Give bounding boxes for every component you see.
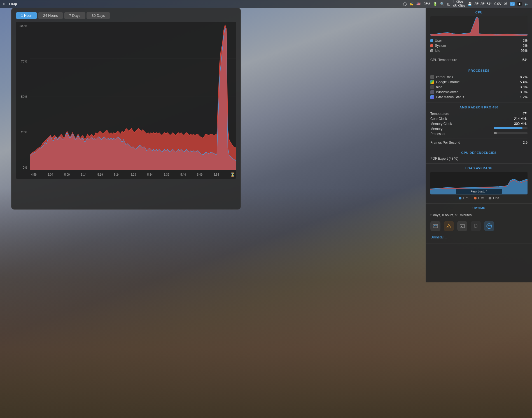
gpu-core-clock-value: 214 MHz [514, 117, 528, 121]
voltage-reading: 0.0V [494, 2, 501, 6]
cpu-idle-row: Idle 96% [430, 48, 528, 53]
cpu-chart-svg [30, 22, 236, 170]
xlabel-4: 5:19 [97, 173, 103, 176]
activity-monitor-icon[interactable] [430, 221, 440, 231]
cpu-system-value: 2% [523, 44, 528, 48]
gpu-section-title: AMD RADEON PRO 450 [430, 106, 528, 109]
gpu-mem-clock-label: Memory Clock [430, 122, 452, 126]
cpu-mini-chart [430, 16, 528, 36]
uptime-title: UPTIME [430, 206, 528, 210]
chart-xaxis: 4:59 5:04 5:09 5:14 5:19 5:24 5:29 5:34 … [30, 170, 236, 179]
load-1min-dot [459, 197, 461, 199]
gpu-deps-section: GPU DEPENDENCIES PDF Expert (4846) [426, 148, 532, 164]
load-legend: 1.69 1.75 1.63 [430, 194, 528, 201]
gpu-processor-fill [494, 132, 497, 134]
bottom-icons [430, 218, 528, 234]
battery-percent: 25% [423, 2, 430, 6]
load-avg-title: LOAD AVERAGE [430, 166, 528, 170]
search-icon[interactable]: 🔍 [440, 2, 444, 6]
process-chrome-name: Google Chrome [436, 80, 520, 84]
ylabel-75: 75% [17, 60, 29, 63]
gpu-processor-bar [494, 132, 528, 134]
flag-icon: 🇺🇸 [416, 2, 421, 6]
ylabel-0: 0% [17, 166, 29, 169]
time-btn-24hours[interactable]: 24 Hours [38, 12, 63, 19]
load-1min: 1.69 [459, 196, 469, 200]
load-avg-chart: Peak Load: 4 [430, 172, 528, 194]
gpu-mem-clock-row: Memory Clock 300 MHz [430, 121, 528, 126]
gpu-deps-title: GPU DEPENDENCIES [430, 151, 528, 154]
chart-svg-container [30, 22, 236, 170]
process-hidd-pct: 3.6% [520, 85, 528, 89]
time-btn-30days[interactable]: 30 Days [87, 12, 110, 19]
clock-icon: ⏳ [230, 172, 235, 177]
istat-icon[interactable]: C [510, 2, 515, 6]
load-5min: 1.75 [474, 196, 484, 200]
time-btn-1hour[interactable]: 1 Hour [16, 12, 37, 19]
1password-icon[interactable]: ◯ [403, 2, 407, 6]
load-avg-section: LOAD AVERAGE Peak Load: 4 1.69 [426, 164, 532, 204]
apple-menu[interactable]:  [3, 2, 5, 6]
network-icon[interactable]: ◫ [447, 2, 450, 6]
gpu-temp-value: 47° [522, 112, 528, 116]
cpu-section: CPU User 2% [426, 8, 532, 66]
xlabel-0: 4:59 [31, 173, 36, 176]
gpu-temp-row: Temperature 47° [430, 111, 528, 116]
cpu-user-row: User 2% [430, 38, 528, 43]
cpu-user-label: User [430, 39, 442, 43]
hidd-icon [430, 85, 434, 89]
cpu-temp-value: 54° [522, 58, 528, 62]
volume-icon[interactable]: 🔈 [524, 2, 529, 6]
cpu-temperature-row: CPU Temperature 54° [430, 57, 528, 63]
gpu-processor-label: Processor [430, 132, 445, 136]
uptime-section: UPTIME 5 days, 0 hours, 51 minutes [426, 204, 532, 243]
uninstall-link[interactable]: Uninstall... [430, 234, 528, 240]
network-speeds: 1 KB/s 45 KB/s [453, 0, 465, 8]
process-istat-pct: 1.2% [520, 95, 528, 99]
bartender-icon[interactable]: ✍ [409, 2, 414, 6]
cpu-idle-value: 96% [521, 49, 528, 53]
divider-1 [430, 55, 528, 55]
ylabel-50: 50% [17, 95, 29, 98]
processes-section-title: PROCESSES [430, 69, 528, 72]
xlabel-5: 5:24 [114, 173, 119, 176]
istat-logo-icon[interactable] [484, 221, 494, 231]
gpu-deps-app: PDF Expert (4846) [430, 157, 528, 161]
gpu-processor-row: Processor [430, 131, 528, 136]
notification-icon[interactable] [471, 221, 481, 231]
user-color-dot [430, 39, 433, 42]
process-kernel-name: kernel_task [436, 75, 520, 79]
gpu-section: AMD RADEON PRO 450 Temperature 47° Core … [426, 103, 532, 148]
fps-row: Frames Per Second 2.9 [430, 140, 528, 145]
menubar-left:  Help [3, 2, 17, 6]
istat-sidebar: CPU User 2% [426, 8, 532, 282]
gpu-temp-label: Temperature [430, 112, 449, 116]
process-row-chrome: Google Chrome 5.4% [430, 80, 528, 85]
cpu-system-label: System [430, 44, 446, 48]
warning-icon[interactable] [444, 221, 454, 231]
load-15min-dot [489, 197, 491, 199]
cpu-section-title: CPU [430, 11, 528, 14]
istat-process-icon [430, 95, 434, 99]
menubar:  Help ◯ ✍ 🇺🇸 25% 🔋 🔍 ◫ 1 KB/s 45 KB/s 💾… [0, 0, 532, 8]
process-hidd-name: hidd [436, 85, 520, 89]
gpu-memory-bar [494, 127, 528, 129]
xlabel-3: 5:14 [81, 173, 86, 176]
load-15min: 1.63 [489, 196, 499, 200]
istat-panel-icon[interactable]: ■ [517, 2, 522, 6]
disk-icon[interactable]: 💾 [468, 2, 472, 6]
cpu-chart-panel: 1 Hour 24 Hours 7 Days 30 Days 100% 75% … [11, 8, 241, 210]
terminal-icon[interactable] [457, 221, 467, 231]
fps-value: 2.9 [523, 141, 528, 145]
time-btn-7days[interactable]: 7 Days [64, 12, 85, 19]
gpu-memory-label: Memory [430, 127, 442, 131]
gpu-memory-fill [494, 127, 522, 129]
app-menu-help[interactable]: Help [9, 2, 17, 6]
ylabel-25: 25% [17, 131, 29, 134]
svg-rect-7 [479, 16, 528, 36]
kernel-icon [430, 75, 434, 79]
process-row-windowserver: WindowServer 3.3% [430, 90, 528, 95]
fps-label: Frames Per Second [430, 141, 460, 145]
cpu-temp-label: CPU Temperature [430, 58, 457, 62]
wifi-icon[interactable]: ⌘ [504, 2, 507, 6]
